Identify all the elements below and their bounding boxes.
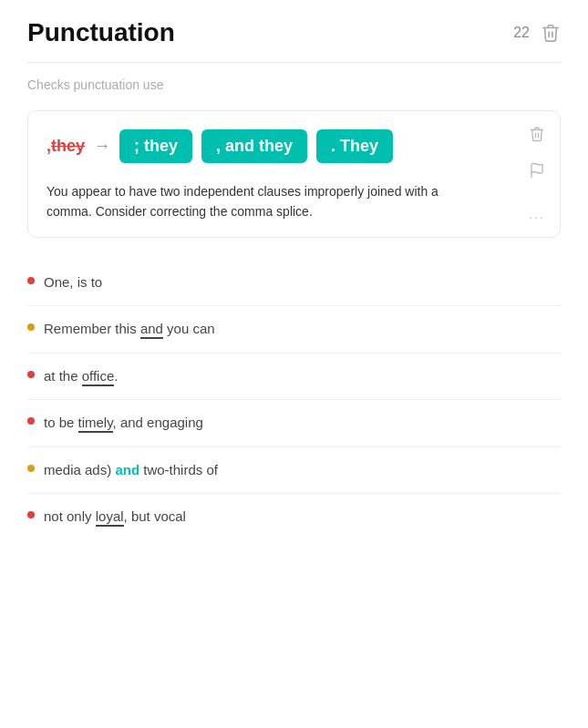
page-title: Punctuation [27,18,175,47]
underline-word: and [140,321,163,339]
card-trash-button[interactable] [529,126,545,146]
subtitle: Checks punctuation use [27,77,561,92]
list-text: to be timely, and engaging [44,413,561,434]
header-right: 22 [513,23,561,43]
list-dot [27,511,35,518]
list-item: to be timely, and engaging [27,400,561,447]
underline-word: timely [78,415,113,433]
correction-row: , they → ; they , and they . They [46,129,542,163]
list-dot [27,323,35,331]
explanation-text: You appear to have two independent claus… [46,181,484,222]
suggestion-button-0[interactable]: ; they [119,129,192,163]
arrow-icon: → [94,137,110,156]
underline-word: office [82,368,115,386]
bold-teal-word: and [115,462,139,477]
list-item: at the office. [27,354,561,401]
list-dot [27,371,35,378]
list-section: One, is toRemember this and you canat th… [27,260,561,540]
list-item: not only loyal, but vocal [27,494,561,540]
suggestion-button-1[interactable]: , and they [201,129,307,163]
list-text: media ads) and two-thirds of [44,460,561,481]
list-item: One, is to [27,260,561,307]
list-dot [27,417,35,425]
original-word: , they [46,137,85,156]
suggestion-button-2[interactable]: . They [316,129,393,163]
list-dot [27,465,35,472]
list-text: at the office. [44,366,561,387]
list-text: One, is to [44,272,561,293]
list-text: not only loyal, but vocal [44,507,561,528]
list-text: Remember this and you can [44,319,561,340]
list-item: Remember this and you can [27,306,561,354]
more-button[interactable]: ··· [529,210,545,224]
list-item: media ads) and two-thirds of [27,447,561,495]
underline-word: loyal [96,508,124,527]
header-trash-button[interactable] [541,23,561,43]
suggestion-card: , they → ; they , and they . They You ap… [27,110,561,238]
flag-button[interactable] [529,162,545,182]
list-dot [27,277,35,284]
page-header: Punctuation 22 [27,18,561,63]
header-left: Punctuation [27,18,175,47]
strikethrough-word: they [51,137,85,156]
count-badge: 22 [513,25,530,41]
